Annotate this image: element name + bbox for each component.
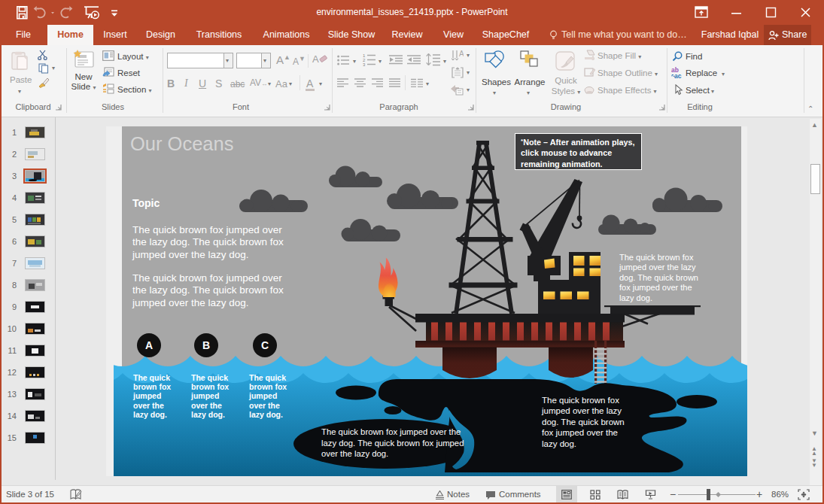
svg-text:A: A xyxy=(459,50,464,58)
svg-text:ac: ac xyxy=(674,72,682,79)
svg-text:3: 3 xyxy=(363,62,366,67)
